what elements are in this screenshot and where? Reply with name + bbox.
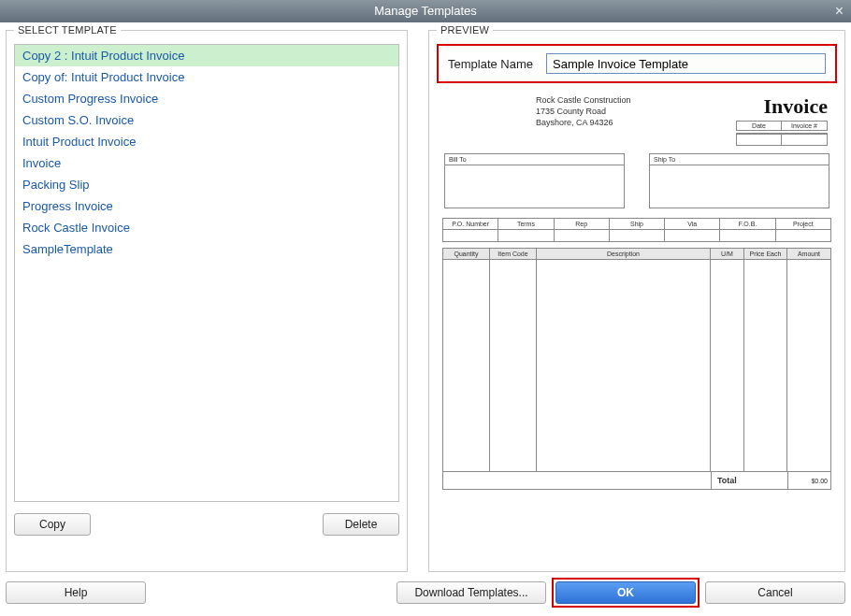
template-list-item[interactable]: Invoice	[15, 152, 398, 174]
help-button[interactable]: Help	[6, 581, 146, 604]
template-listbox[interactable]: Copy 2 : Intuit Product InvoiceCopy of: …	[14, 44, 399, 502]
preview-company-addr2: Bayshore, CA 94326	[536, 117, 631, 128]
delete-button[interactable]: Delete	[323, 513, 399, 536]
preview-shipto-label: Ship To	[650, 154, 829, 165]
template-list-item[interactable]: Copy 2 : Intuit Product Invoice	[15, 45, 398, 66]
preview-meta-cell: P.O. Number	[443, 219, 498, 241]
preview-company-block: Rock Castle Construction 1735 County Roa…	[536, 94, 631, 146]
col-price-each: Price Each	[744, 249, 787, 259]
ok-highlight: OK	[552, 578, 700, 608]
template-list-item[interactable]: Copy of: Intuit Product Invoice	[15, 66, 398, 88]
preview-invoice-title: Invoice	[736, 94, 828, 119]
preview-invnum-value	[782, 134, 827, 145]
template-list-item[interactable]: SampleTemplate	[15, 238, 398, 260]
preview-company-addr1: 1735 County Road	[536, 106, 631, 117]
download-templates-button[interactable]: Download Templates...	[397, 581, 546, 604]
preview-panel: PREVIEW Template Name Rock Castle Constr…	[428, 30, 845, 572]
template-list-item[interactable]: Rock Castle Invoice	[15, 217, 398, 238]
preview-meta-cell: Rep	[555, 219, 610, 241]
preview-heading: PREVIEW	[437, 24, 493, 36]
template-list-item[interactable]: Custom S.O. Invoice	[15, 109, 398, 131]
preview-billto-label: Bill To	[445, 154, 624, 165]
template-list-item[interactable]: Intuit Product Invoice	[15, 131, 398, 152]
template-list-item[interactable]: Custom Progress Invoice	[15, 88, 398, 109]
preview-total-value: $0.00	[787, 472, 830, 489]
titlebar: Manage Templates ×	[0, 0, 851, 22]
ok-button[interactable]: OK	[555, 581, 696, 604]
preview-meta-cell: Terms	[498, 219, 554, 241]
cancel-button[interactable]: Cancel	[705, 581, 845, 604]
col-quantity: Quantity	[443, 249, 490, 259]
preview-items-table: Quantity Item Code Description U/M Price…	[442, 248, 831, 472]
preview-meta-cell: Ship	[610, 219, 665, 241]
preview-date-value	[737, 134, 782, 145]
preview-total-row: Total $0.00	[442, 472, 831, 490]
col-um: U/M	[711, 249, 744, 259]
template-name-input[interactable]	[546, 53, 826, 74]
template-name-row: Template Name	[437, 44, 837, 83]
preview-meta-cell: Via	[665, 219, 720, 241]
preview-meta-row: P.O. NumberTermsRepShipViaF.O.B.Project	[442, 218, 831, 242]
template-list-item[interactable]: Progress Invoice	[15, 195, 398, 217]
preview-total-label: Total	[711, 472, 787, 489]
preview-meta-cell: Project	[776, 219, 830, 241]
invoice-preview: Rock Castle Construction 1735 County Roa…	[442, 93, 831, 504]
template-list-item[interactable]: Packing Slip	[15, 174, 398, 195]
col-item-code: Item Code	[490, 249, 537, 259]
preview-billto-box: Bill To	[444, 153, 625, 208]
copy-button[interactable]: Copy	[14, 513, 91, 536]
preview-date-label: Date	[737, 122, 782, 130]
col-amount: Amount	[787, 249, 830, 259]
select-template-heading: SELECT TEMPLATE	[14, 24, 121, 36]
window-title: Manage Templates	[374, 4, 477, 18]
preview-invnum-label: Invoice #	[782, 122, 827, 130]
preview-company-name: Rock Castle Construction	[536, 94, 631, 106]
preview-meta-cell: F.O.B.	[720, 219, 775, 241]
close-icon[interactable]: ×	[835, 0, 844, 22]
select-template-panel: SELECT TEMPLATE Copy 2 : Intuit Product …	[6, 30, 408, 572]
footer-button-bar: Help Download Templates... OK Cancel	[0, 572, 851, 613]
template-name-label: Template Name	[448, 57, 533, 71]
col-description: Description	[537, 249, 711, 259]
preview-shipto-box: Ship To	[649, 153, 829, 208]
